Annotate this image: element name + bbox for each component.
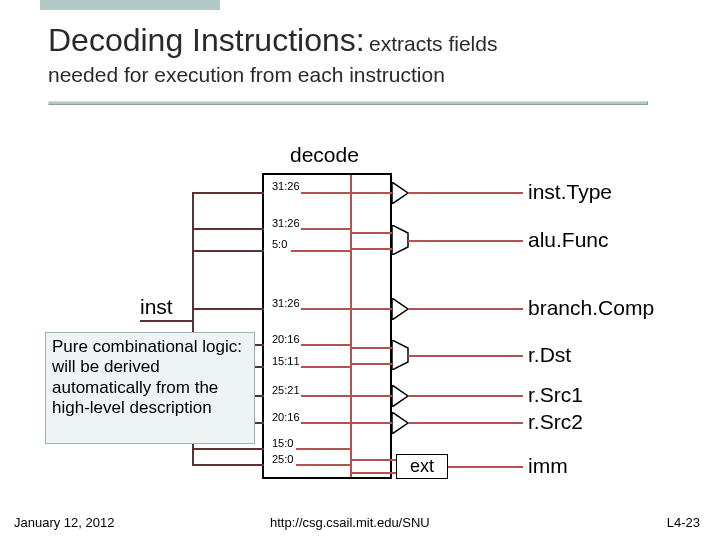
og-4b: [350, 363, 392, 365]
wire-in-1: [192, 192, 264, 194]
title-block: Decoding Instructions: extracts fields n…: [48, 22, 680, 87]
wire-in-3: [192, 250, 264, 252]
c-5: [301, 344, 350, 346]
ext-box: ext: [396, 454, 448, 479]
svg-marker-0: [392, 182, 408, 204]
out-branchcomp: branch.Comp: [528, 296, 654, 320]
wo-5: [408, 395, 523, 397]
out-imm: imm: [528, 454, 568, 478]
c-3: [291, 250, 350, 252]
bits-rsrc1: 25:21: [272, 384, 300, 396]
c-4: [301, 308, 350, 310]
out-alufunc: alu.Func: [528, 228, 609, 252]
decode-label: decode: [290, 143, 359, 167]
out-rsrc1: r.Src1: [528, 383, 583, 407]
wire-in-10: [192, 464, 264, 466]
bits-alufunc-b: 5:0: [272, 238, 287, 250]
wo-7: [448, 466, 523, 468]
out-insttype: inst.Type: [528, 180, 612, 204]
out-bus: [350, 175, 352, 477]
title-underline: [48, 101, 648, 105]
svg-marker-1: [392, 298, 408, 320]
og-7b: [350, 472, 396, 474]
top-accent-bar: [40, 0, 220, 10]
og-5: [350, 395, 392, 397]
og-6: [350, 422, 392, 424]
title-subtitle: needed for execution from each instructi…: [48, 63, 680, 87]
bits-imm-a: 15:0: [272, 437, 293, 449]
og-3: [350, 308, 392, 310]
wo-6: [408, 422, 523, 424]
bits-rdst-b: 15:11: [272, 355, 300, 367]
bits-rsrc2: 20:16: [272, 411, 300, 423]
footer-url: http://csg.csail.mit.edu/SNU: [270, 515, 430, 530]
title-sub: extracts fields: [369, 32, 497, 55]
c-2: [301, 228, 350, 230]
wire-in-4: [192, 308, 264, 310]
wo-1: [408, 192, 523, 194]
footer-page: L4-23: [667, 515, 700, 530]
bits-alufunc-a: 31:26: [272, 217, 300, 229]
wire-in-9: [192, 448, 264, 450]
out-rdst: r.Dst: [528, 343, 571, 367]
c-10: [296, 464, 350, 466]
og-2b: [350, 248, 392, 250]
og-7a: [350, 459, 396, 461]
c-7: [301, 395, 350, 397]
bits-rdst-a: 20:16: [272, 333, 300, 345]
og-4a: [350, 347, 392, 349]
og-1: [350, 192, 392, 194]
bits-branchcomp: 31:26: [272, 297, 300, 309]
wire-in-2: [192, 228, 264, 230]
svg-marker-2: [392, 385, 408, 407]
out-rsrc2: r.Src2: [528, 410, 583, 434]
bits-insttype: 31:26: [272, 180, 300, 192]
title-main: Decoding Instructions:: [48, 22, 365, 58]
wo-3: [408, 308, 523, 310]
footer-date: January 12, 2012: [14, 515, 114, 530]
c-8: [301, 422, 350, 424]
c-9: [296, 448, 350, 450]
c-6: [301, 366, 350, 368]
og-2a: [350, 232, 392, 234]
bits-imm-b: 25:0: [272, 453, 293, 465]
svg-marker-3: [392, 412, 408, 434]
c-1: [301, 192, 350, 194]
note-box: Pure combinational logic: will be derive…: [45, 332, 255, 444]
wo-2: [408, 240, 523, 242]
wo-4: [408, 355, 523, 357]
inst-label: inst: [140, 295, 173, 319]
inst-stub: [140, 320, 192, 322]
